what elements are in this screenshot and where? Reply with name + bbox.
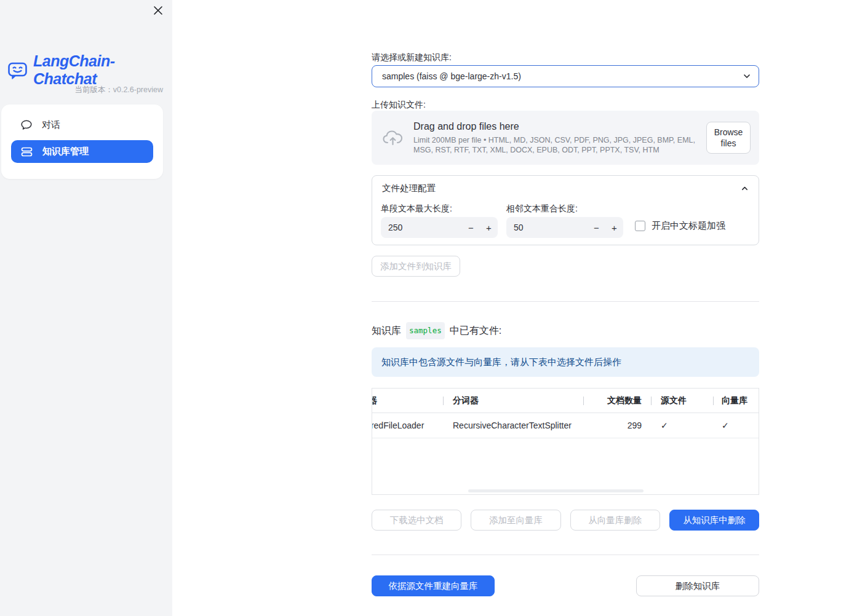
sidebar-close-icon[interactable]	[151, 4, 165, 17]
expander-title: 文件处理配置	[382, 183, 436, 194]
kb-name-code: samples	[406, 322, 445, 339]
kb-files-heading: 知识库 samples 中已有文件:	[372, 322, 759, 339]
source-file-check: ✓	[651, 413, 713, 438]
sidebar-item-label: 知识库管理	[42, 146, 89, 157]
info-banner: 知识库中包含源文件与向量库，请从下表中选择文件后操作	[372, 347, 759, 377]
kb-files-table[interactable]: 文档加载器 分词器 文档数量 源文件 向量库 UnstructuredFileL…	[372, 388, 759, 495]
sidebar-item-label: 对话	[42, 119, 60, 131]
kb-select[interactable]: samples (faiss @ bge-large-zh-v1.5)	[372, 65, 759, 87]
cloud-upload-icon	[381, 128, 405, 147]
add-files-to-kb-button[interactable]: 添加文件到知识库	[372, 256, 460, 277]
col-doc-count: 文档数量	[583, 389, 651, 413]
delete-kb-button[interactable]: 删除知识库	[636, 575, 759, 596]
chunk-size-label: 单段文本最大长度:	[381, 203, 452, 215]
zh-title-enhance-checkbox[interactable]: 开启中文标题加强	[635, 220, 725, 232]
browse-files-button[interactable]: Browse files	[706, 122, 751, 154]
decrement-button[interactable]: −	[588, 223, 605, 233]
horizontal-scrollbar[interactable]	[468, 489, 644, 492]
col-splitter: 分词器	[443, 389, 583, 413]
dropzone-title: Drag and drop files here	[413, 121, 705, 132]
dropzone-limit: Limit 200MB per file • HTML, MD, JSON, C…	[413, 135, 705, 155]
knowledge-base-icon	[20, 146, 33, 158]
version-text: 当前版本：v0.2.6-preview	[74, 85, 163, 95]
main-content: 请选择或新建知识库: samples (faiss @ bge-large-zh…	[372, 0, 759, 596]
col-loader: 文档加载器	[372, 389, 443, 413]
checkbox-label: 开启中文标题加强	[652, 220, 725, 232]
sidebar-item-chat[interactable]: 对话	[11, 113, 153, 137]
kb-select-value: samples (faiss @ bge-large-zh-v1.5)	[382, 71, 743, 81]
logo-chat-smiley-icon	[7, 60, 28, 81]
download-selected-button[interactable]: 下载选中文档	[372, 510, 461, 531]
chunk-size-input[interactable]: 250 − +	[381, 217, 498, 238]
sidebar: LangChain-Chatchat 当前版本：v0.2.6-preview 对…	[0, 0, 172, 616]
file-config-expander: 文件处理配置 单段文本最大长度: 相邻文本重合长度: 250 − + 50 − …	[372, 175, 759, 245]
col-source-file: 源文件	[651, 389, 713, 413]
decrement-button[interactable]: −	[462, 223, 480, 233]
table-row[interactable]: UnstructuredFileLoader RecursiveCharacte…	[372, 413, 759, 438]
add-to-vector-store-button[interactable]: 添加至向量库	[471, 510, 560, 531]
chat-bubble-icon	[20, 119, 33, 131]
delete-from-kb-button[interactable]: 从知识库中删除	[669, 510, 759, 531]
chevron-up-icon	[741, 184, 749, 192]
divider	[372, 555, 759, 555]
sidebar-item-knowledge-base[interactable]: 知识库管理	[11, 140, 153, 163]
version-value: v0.2.6-preview	[113, 85, 163, 94]
chunk-overlap-label: 相邻文本重合长度:	[506, 203, 578, 215]
checkbox-icon[interactable]	[635, 221, 645, 231]
rebuild-vector-store-button[interactable]: 依据源文件重建向量库	[372, 575, 495, 596]
increment-button[interactable]: +	[480, 223, 498, 233]
divider	[372, 301, 759, 302]
col-vector-store: 向量库	[713, 389, 759, 413]
chunk-overlap-value: 50	[506, 223, 588, 232]
dropzone-text: Drag and drop files here Limit 200MB per…	[413, 121, 705, 155]
kb-management-actions: 依据源文件重建向量库 删除知识库	[372, 575, 759, 596]
vector-store-check: ✓	[713, 413, 759, 438]
kb-select-label: 请选择或新建知识库:	[372, 51, 759, 63]
increment-button[interactable]: +	[605, 223, 623, 233]
app-logo: LangChain-Chatchat	[7, 52, 172, 88]
expander-header[interactable]: 文件处理配置	[372, 176, 759, 194]
chevron-down-icon	[743, 72, 751, 81]
chunk-overlap-input[interactable]: 50 − +	[506, 217, 623, 238]
delete-from-vector-store-button[interactable]: 从向量库删除	[570, 510, 660, 531]
file-dropzone[interactable]: Drag and drop files here Limit 200MB per…	[372, 111, 759, 165]
table-header-row: 文档加载器 分词器 文档数量 源文件 向量库	[372, 389, 759, 413]
app-title: LangChain-Chatchat	[33, 52, 172, 88]
sidebar-nav: 对话 知识库管理	[1, 105, 163, 179]
chunk-size-value: 250	[381, 223, 462, 232]
upload-label: 上传知识文件:	[372, 98, 759, 111]
file-actions: 下载选中文档 添加至向量库 从向量库删除 从知识库中删除	[372, 510, 759, 531]
